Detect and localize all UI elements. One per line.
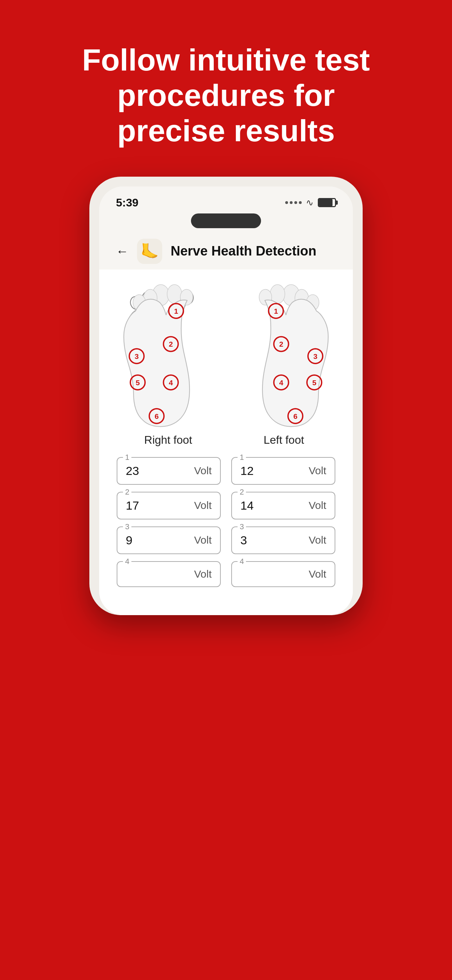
- field-unit-right-3: Volt: [194, 534, 212, 546]
- field-value-right-3: 9: [126, 533, 132, 547]
- field-label-right-4: 4: [123, 557, 131, 566]
- content-area: 1 2 3 4: [99, 269, 353, 601]
- left-foot-inputs: 1 12 Volt 2 14 Volt 3 3 Volt 4 Volt: [231, 457, 335, 587]
- field-unit-left-3: Volt: [309, 534, 326, 546]
- field-unit-right-1: Volt: [194, 465, 212, 477]
- left-foot-field-2[interactable]: 2 14 Volt: [231, 492, 335, 519]
- status-icons: ∿: [285, 197, 336, 208]
- hero-text: Follow intuitive test procedures for pre…: [33, 0, 419, 177]
- status-time: 5:39: [116, 196, 138, 209]
- field-label-left-4: 4: [237, 557, 246, 566]
- svg-text:4: 4: [169, 378, 173, 386]
- phone-screen: 5:39 ∿ ← 🦶 Nerve Hea: [99, 186, 353, 615]
- svg-text:3: 3: [135, 352, 139, 360]
- page-title: Nerve Health Detection: [170, 243, 317, 259]
- svg-text:3: 3: [313, 352, 317, 360]
- left-foot-field-1[interactable]: 1 12 Volt: [231, 457, 335, 485]
- app-header: ← 🦶 Nerve Health Detection: [99, 232, 353, 269]
- field-label-right-3: 3: [123, 522, 131, 531]
- left-foot-diagram: 1 2 3 4: [231, 283, 336, 453]
- svg-text:2: 2: [279, 340, 283, 348]
- field-unit-left-1: Volt: [309, 465, 326, 477]
- phone-wrapper: 5:39 ∿ ← 🦶 Nerve Hea: [0, 177, 452, 636]
- svg-text:6: 6: [293, 412, 298, 420]
- right-foot-field-1[interactable]: 1 23 Volt: [117, 457, 221, 485]
- battery-icon: [318, 198, 336, 207]
- field-label-right-1: 1: [123, 453, 131, 462]
- right-foot-diagram: 1 2 3 4: [116, 283, 221, 453]
- svg-text:1: 1: [174, 307, 178, 315]
- field-value-right-2: 17: [126, 499, 139, 512]
- field-unit-right-2: Volt: [194, 500, 212, 511]
- field-label-left-1: 1: [237, 453, 246, 462]
- left-foot-field-3[interactable]: 3 3 Volt: [231, 527, 335, 554]
- right-foot-field-2[interactable]: 2 17 Volt: [117, 492, 221, 519]
- svg-text:2: 2: [169, 340, 173, 348]
- field-value-left-2: 14: [240, 499, 254, 512]
- input-columns: 1 23 Volt 2 17 Volt 3 9 Volt 4 Volt: [113, 457, 339, 587]
- field-unit-left-4: Volt: [309, 568, 326, 580]
- field-value-left-3: 3: [240, 533, 247, 547]
- svg-text:1: 1: [274, 307, 278, 315]
- left-foot-field-4[interactable]: 4 Volt: [231, 561, 335, 587]
- foot-icon: 🦶: [140, 243, 159, 260]
- right-foot-field-4[interactable]: 4 Volt: [117, 561, 221, 587]
- field-unit-left-2: Volt: [309, 500, 326, 511]
- phone-frame: 5:39 ∿ ← 🦶 Nerve Hea: [89, 177, 363, 615]
- svg-text:5: 5: [312, 378, 317, 386]
- wifi-icon: ∿: [306, 197, 314, 208]
- right-foot-field-3[interactable]: 3 9 Volt: [117, 527, 221, 554]
- dynamic-island: [191, 213, 261, 228]
- right-foot-inputs: 1 23 Volt 2 17 Volt 3 9 Volt 4 Volt: [117, 457, 221, 587]
- left-foot-svg: 1 2 3 4: [231, 283, 336, 431]
- svg-text:5: 5: [135, 378, 140, 386]
- field-value-left-1: 12: [240, 464, 254, 478]
- field-label-right-2: 2: [123, 488, 131, 497]
- field-label-left-2: 2: [237, 488, 246, 497]
- back-button[interactable]: ←: [116, 244, 129, 259]
- svg-text:6: 6: [154, 412, 159, 420]
- svg-text:4: 4: [279, 378, 283, 386]
- field-value-right-1: 23: [126, 464, 139, 478]
- signal-dots-icon: [285, 201, 302, 204]
- app-icon: 🦶: [137, 239, 162, 264]
- field-label-left-3: 3: [237, 522, 246, 531]
- status-bar: 5:39 ∿: [99, 186, 353, 213]
- right-foot-label: Right foot: [116, 434, 221, 447]
- field-unit-right-4: Volt: [194, 568, 212, 580]
- bottom-space: [99, 601, 353, 615]
- foot-diagram: 1 2 3 4: [113, 277, 339, 457]
- left-foot-label: Left foot: [231, 434, 336, 447]
- right-foot-svg: 1 2 3 4: [116, 283, 221, 431]
